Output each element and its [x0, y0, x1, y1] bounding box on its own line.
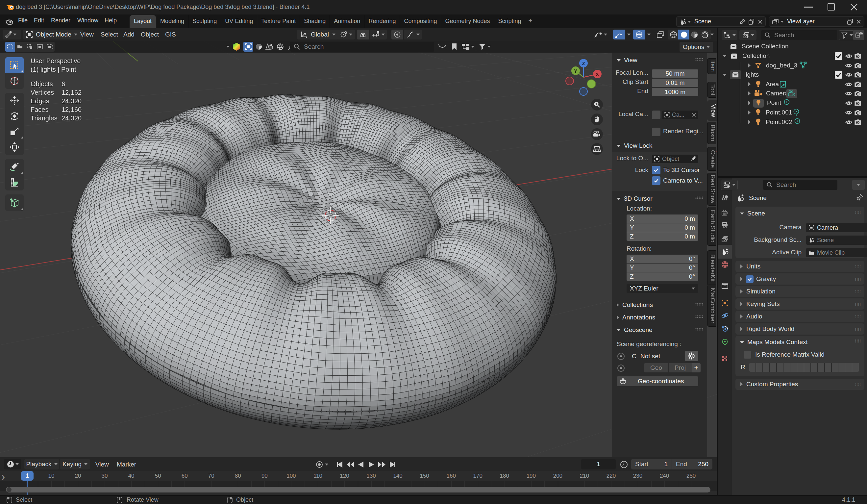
svg-text:Z: Z	[582, 61, 585, 66]
svg-text:Y: Y	[574, 68, 577, 74]
svg-text:X: X	[596, 72, 599, 77]
